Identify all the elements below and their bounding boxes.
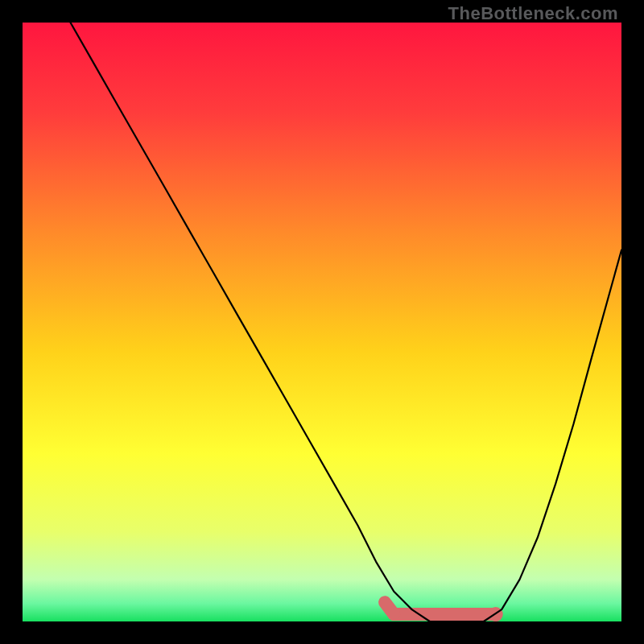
gradient-background	[23, 23, 621, 621]
optimal-range-band-cap-left	[385, 602, 394, 614]
chart-frame: TheBottleneck.com	[0, 0, 644, 644]
watermark-text: TheBottleneck.com	[448, 3, 618, 24]
chart-svg	[23, 23, 621, 621]
chart-plot-area	[23, 23, 621, 621]
